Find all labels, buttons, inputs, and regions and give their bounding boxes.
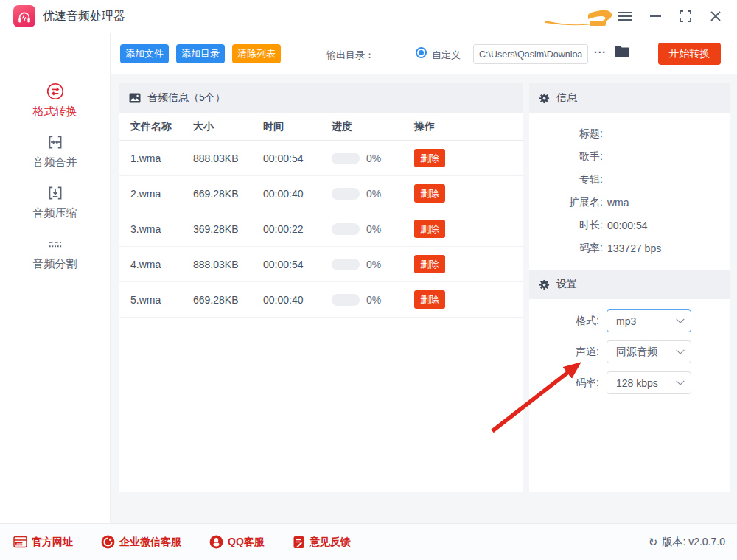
- version-text: 版本: v2.0.7.0: [662, 536, 725, 549]
- wechat-support-link[interactable]: 企业微信客服: [101, 535, 181, 549]
- file-time: 00:00:40: [263, 294, 332, 306]
- file-name: 3.wma: [119, 223, 193, 235]
- audio-compress-icon: [46, 183, 65, 203]
- file-time: 00:00:54: [263, 153, 332, 164]
- channel-select[interactable]: 同源音频: [607, 340, 691, 363]
- sidebar-item-audio-split[interactable]: 音频分割: [0, 227, 110, 278]
- clear-list-button[interactable]: 清除列表: [232, 44, 281, 63]
- radio-dot: [419, 50, 424, 55]
- settings-panel-title: 设置: [556, 278, 577, 291]
- delete-button[interactable]: 删除: [414, 255, 445, 273]
- open-folder-button[interactable]: [615, 45, 630, 58]
- add-directory-button[interactable]: 添加目录: [176, 44, 225, 63]
- hamburger-icon: [618, 11, 632, 21]
- image-icon: [129, 92, 141, 104]
- output-path-input[interactable]: [473, 44, 588, 64]
- start-convert-button[interactable]: 开始转换: [658, 43, 721, 65]
- format-label: 格式:: [529, 315, 599, 328]
- sidebar: 格式转换 音频合并 音频压缩 音频分割: [0, 33, 111, 523]
- progress-bar: [332, 153, 360, 164]
- maximize-button[interactable]: [677, 8, 694, 24]
- col-filename: 文件名称: [119, 120, 193, 133]
- format-select-value: mp3: [616, 315, 636, 327]
- titlebar: 优速音频处理器: [0, 0, 737, 32]
- file-size: 669.28KB: [193, 188, 263, 200]
- window-controls: [617, 0, 724, 32]
- qq-support-link[interactable]: QQ客服: [209, 535, 265, 549]
- file-size: 669.28KB: [193, 294, 263, 306]
- delete-button[interactable]: 删除: [414, 220, 445, 238]
- file-size: 369.28KB: [193, 223, 263, 235]
- side-panel: 信息 标题: 歌手: 专辑: 扩展名:wma 时长:00:00:54 码率:13…: [529, 83, 730, 492]
- official-website-link[interactable]: .com 官方网址: [13, 536, 73, 549]
- sidebar-item-label: 格式转换: [33, 105, 77, 119]
- audio-list-title: 音频信息（5个）: [147, 91, 226, 105]
- orange-swoosh-decoration: [545, 6, 616, 28]
- audio-list-panel: 音频信息（5个） 文件名称 大小 时间 进度 操作 1.wma 888.03KB…: [119, 83, 523, 492]
- progress-bar: [332, 259, 360, 270]
- info-label-artist: 歌手:: [529, 150, 603, 164]
- audio-merge-icon: [46, 133, 65, 152]
- minimize-button[interactable]: [647, 8, 663, 24]
- progress-percent: 0%: [366, 259, 381, 270]
- progress-percent: 0%: [366, 294, 381, 306]
- sidebar-item-audio-merge[interactable]: 音频合并: [0, 125, 110, 176]
- info-value-extension: wma: [607, 197, 629, 209]
- maximize-icon: [680, 10, 691, 22]
- info-panel-title: 信息: [556, 91, 577, 105]
- chevron-down-icon: [676, 315, 684, 323]
- app-title: 优速音频处理器: [43, 9, 125, 24]
- file-name: 4.wma: [119, 259, 193, 270]
- browse-more-button[interactable]: ···: [594, 46, 607, 58]
- bitrate-select[interactable]: 128 kbps: [607, 371, 691, 394]
- file-size: 888.03KB: [193, 259, 263, 270]
- progress-percent: 0%: [366, 223, 381, 235]
- close-button[interactable]: [708, 8, 724, 24]
- feedback-link[interactable]: 意见反馈: [293, 536, 351, 549]
- gear-icon: [539, 93, 550, 104]
- info-value-bitrate: 133727 bps: [607, 242, 661, 254]
- info-label-extension: 扩展名:: [529, 196, 603, 209]
- sidebar-item-audio-compress[interactable]: 音频压缩: [0, 176, 110, 227]
- output-dir-label: 输出目录：: [326, 49, 374, 62]
- channel-select-value: 同源音频: [616, 346, 657, 359]
- channel-label: 声道:: [529, 346, 599, 359]
- table-row: 1.wma 888.03KB 00:00:54 0% 删除: [119, 141, 523, 176]
- delete-button[interactable]: 删除: [414, 149, 445, 167]
- info-label-bitrate: 码率:: [529, 242, 603, 255]
- table-row: 2.wma 669.28KB 00:00:40 0% 删除: [119, 176, 523, 211]
- col-progress: 进度: [332, 120, 414, 133]
- gear-icon: [539, 279, 550, 290]
- delete-button[interactable]: 删除: [414, 290, 445, 309]
- chevron-down-icon: [676, 346, 684, 354]
- delete-button[interactable]: 删除: [414, 184, 445, 203]
- format-select[interactable]: mp3: [607, 309, 691, 332]
- footer: .com 官方网址 企业微信客服 QQ客服 意见反馈 ↻ 版本: v2.0.7.: [0, 523, 737, 560]
- file-time: 00:00:22: [263, 223, 332, 235]
- main-content: 添加文件 添加目录 清除列表 输出目录： 自定义 ··· 开始转换 音频信息（5…: [111, 33, 737, 523]
- info-label-title: 标题:: [529, 127, 603, 141]
- minimize-icon: [650, 15, 661, 18]
- file-size: 888.03KB: [193, 153, 263, 164]
- footer-link-label: QQ客服: [228, 536, 265, 549]
- toolbar: 添加文件 添加目录 清除列表 输出目录： 自定义 ··· 开始转换: [111, 33, 737, 74]
- custom-output-radio-label: 自定义: [432, 49, 461, 62]
- sidebar-item-label: 音频合并: [33, 155, 77, 169]
- file-name: 2.wma: [119, 188, 193, 200]
- footer-link-label: 企业微信客服: [119, 536, 181, 549]
- sidebar-item-format-convert[interactable]: 格式转换: [0, 74, 110, 125]
- menu-button[interactable]: [617, 8, 633, 24]
- close-icon: [710, 11, 721, 21]
- progress-percent: 0%: [366, 188, 381, 200]
- sidebar-item-label: 音频分割: [33, 257, 77, 271]
- add-file-button[interactable]: 添加文件: [120, 44, 169, 63]
- progress-percent: 0%: [366, 153, 381, 164]
- refresh-icon[interactable]: ↻: [649, 536, 658, 549]
- file-time: 00:00:40: [263, 188, 332, 200]
- file-name: 5.wma: [119, 294, 193, 306]
- wechat-icon: [101, 535, 115, 549]
- footer-link-label: 官方网址: [32, 536, 73, 549]
- custom-output-radio[interactable]: [416, 47, 427, 58]
- audio-split-icon: [46, 234, 65, 253]
- folder-icon: [615, 45, 630, 58]
